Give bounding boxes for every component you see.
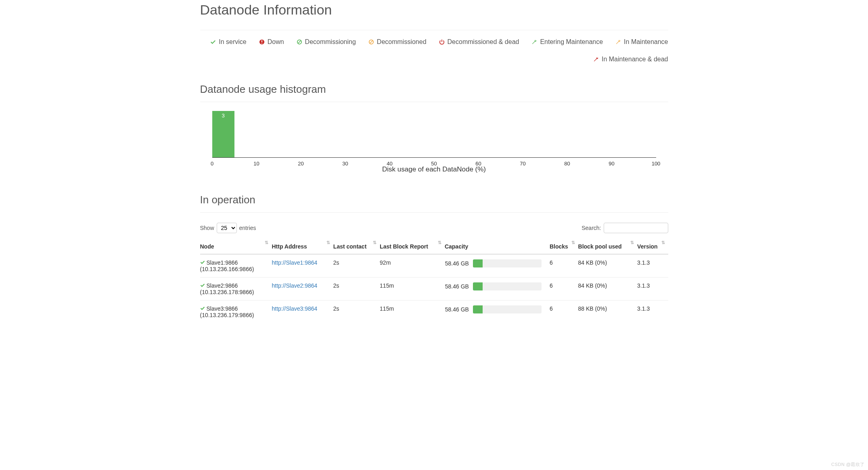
http-address-link[interactable]: http://Slave2:9864	[272, 282, 317, 289]
node-name: Slave1:9866	[207, 259, 238, 266]
capacity-progress	[473, 282, 542, 290]
version: 3.1.3	[637, 254, 668, 278]
histogram-tick: 60	[475, 161, 481, 167]
svg-line-6	[370, 41, 372, 44]
histogram-tick: 100	[652, 161, 661, 167]
capacity-text: 58.46 GB	[445, 283, 469, 290]
legend-label: Decommissioned & dead	[448, 38, 519, 46]
check-icon	[200, 282, 205, 289]
legend-label: In Maintenance & dead	[602, 56, 668, 63]
sort-icon: ⇅	[661, 240, 665, 245]
divider	[200, 30, 668, 30]
show-entries: Show 25 entries	[200, 223, 256, 233]
last-contact: 2s	[333, 278, 380, 301]
sort-icon: ⇅	[373, 240, 376, 245]
check-icon	[210, 39, 216, 45]
legend-in-service: In service	[210, 38, 246, 46]
wrench-icon	[615, 39, 621, 45]
last-block-report: 115m	[380, 278, 445, 301]
legend-label: Down	[268, 38, 284, 46]
block-pool-used: 88 KB (0%)	[578, 301, 638, 324]
capacity-text: 58.46 GB	[445, 306, 469, 313]
block-pool-used: 84 KB (0%)	[578, 254, 638, 278]
show-suffix-label: entries	[239, 225, 256, 231]
ban-icon	[296, 39, 303, 45]
histogram-tick: 0	[211, 161, 213, 167]
blocks: 6	[550, 254, 578, 278]
page-title: Datanode Information	[200, 2, 668, 24]
table-controls: Show 25 entries Search:	[200, 223, 668, 233]
histogram-tick: 50	[431, 161, 437, 167]
search-wrap: Search:	[581, 223, 668, 233]
node-name: Slave2:9866	[207, 282, 238, 289]
legend-down: Down	[259, 38, 284, 46]
power-icon	[439, 39, 445, 45]
check-icon	[200, 259, 205, 266]
status-legend: In service Down Decommissioning Decommis…	[200, 38, 668, 63]
histogram-tick: 90	[609, 161, 614, 167]
check-icon	[200, 305, 205, 312]
table-row: Slave1:9866(10.13.236.166:9866)http://Sl…	[200, 254, 668, 278]
ban-icon	[368, 39, 374, 45]
col-http-address[interactable]: Http Address⇅	[272, 239, 333, 254]
svg-line-4	[298, 41, 301, 44]
histogram-tick: 30	[342, 161, 348, 167]
exclamation-circle-icon	[259, 39, 265, 45]
legend-label: Decommissioning	[305, 38, 356, 46]
legend-decommissioned: Decommissioned	[368, 38, 427, 46]
blocks: 6	[550, 301, 578, 324]
http-address-link[interactable]: http://Slave1:9864	[272, 259, 317, 266]
col-version[interactable]: Version⇅	[637, 239, 668, 254]
http-address-link[interactable]: http://Slave3:9864	[272, 305, 317, 312]
col-blocks[interactable]: Blocks⇅	[550, 239, 578, 254]
version: 3.1.3	[637, 278, 668, 301]
histogram-tick: 20	[298, 161, 303, 167]
capacity-text: 58.46 GB	[445, 260, 469, 267]
svg-rect-1	[261, 40, 262, 42]
last-contact: 2s	[333, 301, 380, 324]
block-pool-used: 84 KB (0%)	[578, 278, 638, 301]
sort-icon: ⇅	[571, 240, 575, 245]
col-last-block-report[interactable]: Last Block Report⇅	[380, 239, 445, 254]
sort-icon: ⇅	[630, 240, 634, 245]
histogram: 01020304050607080901003 Disk usage of ea…	[200, 110, 668, 173]
node-addr: (10.13.236.178:9866)	[200, 289, 267, 295]
legend-label: In service	[219, 38, 246, 46]
histogram-axis	[212, 157, 656, 158]
sort-icon: ⇅	[265, 240, 268, 245]
col-node[interactable]: Node⇅	[200, 239, 272, 254]
search-input[interactable]	[604, 223, 668, 233]
col-block-pool-used[interactable]: Block pool used⇅	[578, 239, 638, 254]
legend-in-maintenance: In Maintenance	[615, 38, 668, 46]
last-contact: 2s	[333, 254, 380, 278]
legend-decommissioning: Decommissioning	[296, 38, 356, 46]
legend-label: Entering Maintenance	[540, 38, 603, 46]
capacity-progress	[473, 305, 542, 313]
table-row: Slave2:9866(10.13.236.178:9866)http://Sl…	[200, 278, 668, 301]
entries-select[interactable]: 25	[217, 223, 237, 233]
capacity-progress	[473, 259, 542, 267]
histogram-title: Datanode usage histogram	[200, 83, 668, 96]
node-addr: (10.13.236.166:9866)	[200, 266, 267, 272]
datanode-table: Node⇅ Http Address⇅ Last contact⇅ Last B…	[200, 239, 668, 323]
legend-decommissioned-dead: Decommissioned & dead	[439, 38, 519, 46]
histogram-tick: 10	[253, 161, 259, 167]
sort-icon: ⇅	[438, 240, 441, 245]
blocks: 6	[550, 278, 578, 301]
legend-label: In Maintenance	[624, 38, 668, 46]
col-capacity[interactable]: Capacity	[445, 239, 550, 254]
table-row: Slave3:9866(10.13.236.179:9866)http://Sl…	[200, 301, 668, 324]
node-addr: (10.13.236.179:9866)	[200, 312, 267, 318]
legend-entering-maintenance: Entering Maintenance	[531, 38, 603, 46]
last-block-report: 115m	[380, 301, 445, 324]
histogram-tick: 70	[520, 161, 525, 167]
in-operation-title: In operation	[200, 194, 668, 206]
show-prefix-label: Show	[200, 225, 214, 231]
divider	[200, 102, 668, 102]
histogram-xlabel: Disk usage of each DataNode (%)	[200, 165, 668, 173]
col-last-contact[interactable]: Last contact⇅	[333, 239, 380, 254]
legend-in-maintenance-dead: In Maintenance & dead	[593, 56, 668, 63]
node-name: Slave3:9866	[207, 305, 238, 312]
wrench-icon	[593, 56, 599, 63]
histogram-tick: 40	[387, 161, 392, 167]
